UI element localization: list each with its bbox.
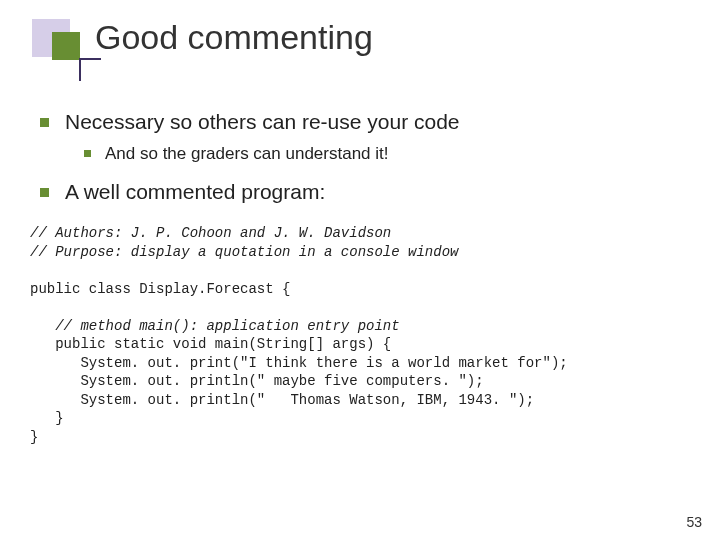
code-line: // Authors: J. P. Cohoon and J. W. David… <box>30 225 391 241</box>
decor-line-h <box>79 58 101 60</box>
bullet-item: A well commented program: <box>40 178 690 206</box>
code-line: public class Display.Forecast { <box>30 281 290 297</box>
bullet-item: And so the graders can understand it! <box>84 142 690 166</box>
square-bullet-icon <box>84 150 91 157</box>
slide-content: Necessary so others can re-use your code… <box>40 108 690 446</box>
square-bullet-icon <box>40 188 49 197</box>
bullet-text: Necessary so others can re-use your code <box>65 108 460 136</box>
code-line: System. out. print("I think there is a w… <box>30 355 568 371</box>
decor-line-v <box>79 59 81 81</box>
square-bullet-icon <box>40 118 49 127</box>
bullet-text: A well commented program: <box>65 178 325 206</box>
code-line: // method main(): application entry poin… <box>30 318 400 334</box>
decor-square-green <box>52 32 80 60</box>
slide-title: Good commenting <box>95 18 373 57</box>
code-line: } <box>30 429 38 445</box>
code-line: System. out. println(" maybe five comput… <box>30 373 484 389</box>
slide-number: 53 <box>686 514 702 530</box>
code-line: System. out. println(" Thomas Watson, IB… <box>30 392 534 408</box>
bullet-item: Necessary so others can re-use your code <box>40 108 690 136</box>
code-line: public static void main(String[] args) { <box>30 336 391 352</box>
code-line: // Purpose: display a quotation in a con… <box>30 244 458 260</box>
code-line: } <box>30 410 64 426</box>
bullet-text: And so the graders can understand it! <box>105 142 389 166</box>
code-example: // Authors: J. P. Cohoon and J. W. David… <box>30 224 690 446</box>
